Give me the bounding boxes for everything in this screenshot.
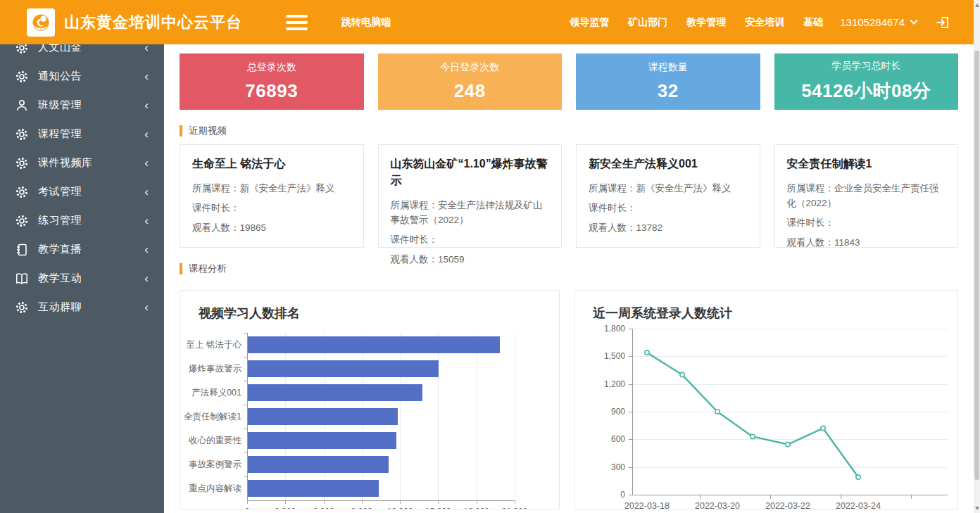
scroll-down-arrow[interactable] [974, 503, 980, 513]
logout-icon [935, 15, 950, 30]
chevron-left-icon: ‹ [144, 272, 149, 284]
category-label: 爆炸事故警示 [180, 357, 241, 381]
user-account-dropdown[interactable]: 13105284674 [840, 16, 917, 28]
shandong-gold-logo-icon [30, 11, 52, 34]
gridline [515, 333, 515, 500]
bar [247, 360, 439, 377]
nav-item-mine-department[interactable]: 矿山部门 [628, 16, 667, 29]
nav-item-safety-training[interactable]: 安全培训 [745, 16, 784, 29]
x-axis-line [632, 495, 948, 495]
x-axis-tick [770, 495, 771, 499]
sidebar-item-label: 通知公告 [38, 70, 144, 83]
video-viewers: 观看人数：11843 [787, 235, 946, 250]
data-point-marker [645, 350, 649, 355]
scroll-up-arrow[interactable] [974, 0, 980, 10]
sidebar-item[interactable]: 练习管理 ‹ [0, 206, 164, 235]
gear-icon [15, 156, 29, 170]
gridline [477, 333, 477, 500]
video-card[interactable]: 山东笏山金矿“1.10”爆炸事故警示 所属课程：安全生产法律法规及矿山事故警示（… [378, 144, 563, 248]
gridline [438, 333, 439, 500]
sidebar-item[interactable]: 班级管理 ‹ [0, 91, 164, 120]
y-tick-label: 600 [579, 434, 625, 444]
weekly-logins-line-chart: 1,8001,5001,20090060030002022-03-182022-… [632, 329, 948, 495]
data-point-marker [750, 434, 755, 438]
bar [247, 432, 396, 449]
chevron-left-icon: ‹ [144, 215, 149, 227]
stat-label: 学员学习总时长 [831, 60, 900, 72]
video-viewers: 观看人数：15059 [391, 252, 550, 267]
notebook-icon [15, 243, 29, 257]
stat-card-course-count: 课程数量 32 [576, 53, 760, 110]
data-point-marker [715, 410, 720, 414]
video-duration: 课件时长： [787, 215, 946, 230]
y-tick-label: 1,500 [579, 351, 625, 361]
chevron-left-icon: ‹ [144, 99, 149, 111]
stat-card-total-logins: 总登录次数 76893 [180, 53, 364, 110]
top-bar: 山东黄金培训中心云平台 跳转电脑端 领导监管 矿山部门 教学管理 安全培训 基础… [0, 0, 980, 44]
stat-label: 课程数量 [648, 61, 688, 74]
x-tick-label: 21,000 [490, 507, 539, 509]
bar-chart-card: 视频学习人数排名 03,0006,0009,00012,00015,00018,… [180, 290, 560, 509]
line-chart-title: 近一周系统登录人数统计 [574, 291, 957, 322]
video-card[interactable]: 安全责任制解读1 所属课程：企业全员安全生产责任强化（2022） 课件时长： 观… [774, 144, 959, 248]
data-point-marker [680, 372, 684, 376]
nav-item-leader-supervision[interactable]: 领导监管 [570, 16, 609, 29]
video-course: 所属课程：安全生产法律法规及矿山事故警示（2022） [391, 198, 550, 227]
category-label: 收心的重要性 [180, 429, 241, 452]
stat-label: 今日登录次数 [440, 61, 499, 74]
sidebar-item[interactable]: 课件视频库 ‹ [0, 148, 164, 177]
bar [247, 456, 389, 473]
stat-label: 总登录次数 [247, 61, 296, 74]
line-chart-card: 近一周系统登录人数统计 1,8001,5001,2009006003000202… [574, 290, 958, 509]
bar [247, 480, 379, 497]
video-title: 山东笏山金矿“1.10”爆炸事故警示 [391, 156, 550, 189]
logout-button[interactable] [935, 15, 950, 30]
stat-value: 54126小时08分 [801, 79, 931, 103]
y-tick-label: 300 [579, 462, 625, 472]
x-tick-label: 2022-03-24 [816, 501, 900, 509]
sidebar-item[interactable]: 课程管理 ‹ [0, 120, 164, 148]
section-recent-videos: 近期视频 [180, 124, 958, 138]
scroll-thumb[interactable] [974, 51, 979, 480]
sidebar-item-label: 练习管理 [38, 214, 144, 227]
stats-row: 总登录次数 76893 今日登录次数 248 课程数量 32 学员学习总时长 5… [180, 53, 958, 110]
hamburger-menu-icon[interactable] [286, 11, 308, 34]
nav-item-basic[interactable]: 基础 [803, 16, 823, 29]
video-card[interactable]: 新安全生产法释义001 所属课程：新《安全生产法》释义 课件时长： 观看人数：1… [576, 144, 760, 248]
vertical-scrollbar[interactable] [974, 0, 980, 513]
video-card[interactable]: 生命至上 铭法于心 所属课程：新《安全生产法》释义 课件时长： 观看人数：198… [180, 144, 364, 248]
video-duration: 课件时长： [589, 201, 748, 215]
sidebar-item-label: 课程管理 [38, 127, 144, 141]
stat-card-total-study-time: 学员学习总时长 54126小时08分 [774, 53, 959, 110]
video-duration: 课件时长： [391, 232, 550, 247]
nav-item-teaching-management[interactable]: 教学管理 [686, 16, 726, 29]
sidebar-item[interactable]: 教学互动 ‹ [0, 264, 164, 293]
x-axis-tick [700, 495, 701, 499]
sidebar-item[interactable]: 通知公告 ‹ [0, 62, 164, 91]
section-accent-bar [180, 263, 182, 274]
stat-value: 32 [658, 80, 679, 102]
sidebar-item[interactable]: 互动群聊 ‹ [0, 293, 164, 322]
stat-value: 76893 [245, 80, 298, 102]
chevron-down-icon [910, 16, 917, 24]
y-axis-line [247, 333, 248, 501]
jump-to-pc-link[interactable]: 跳转电脑端 [341, 16, 391, 29]
video-title: 安全责任制解读1 [787, 156, 946, 172]
x-axis-tick [911, 495, 912, 499]
category-label: 产法释义001 [180, 381, 241, 405]
section-accent-bar [180, 125, 182, 137]
sidebar-item-label: 教学互动 [38, 272, 144, 285]
chevron-left-icon: ‹ [144, 128, 149, 140]
sidebar-item[interactable]: 考试管理 ‹ [0, 177, 164, 206]
sidebar-item[interactable]: 教学直播 ‹ [0, 235, 164, 264]
category-label: 事故案例警示 [180, 452, 241, 476]
x-axis-line [247, 500, 515, 501]
x-axis-tick [841, 495, 841, 499]
chevron-left-icon: ‹ [144, 186, 149, 198]
sidebar-item-label: 考试管理 [38, 185, 144, 198]
sidebar-item-label: 互动群聊 [38, 300, 144, 314]
stat-card-today-logins: 今日登录次数 248 [378, 53, 563, 110]
video-viewers: 观看人数：13782 [589, 220, 748, 235]
open-book-icon [15, 272, 29, 286]
triangle-down-icon [975, 507, 979, 510]
